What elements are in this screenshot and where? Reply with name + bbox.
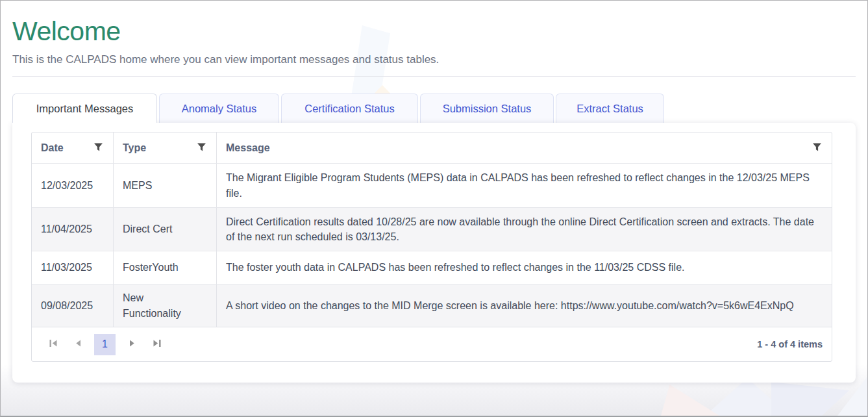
first-page-button[interactable] [45, 334, 62, 355]
grid-pager: 1 1 - 4 of 4 items [32, 327, 832, 361]
date-cell: 09/08/2025 [32, 284, 113, 327]
table-row[interactable]: 11/03/2025 FosterYouth The foster youth … [32, 251, 832, 284]
tab-certification-status[interactable]: Certification Status [281, 94, 418, 123]
last-page-icon [152, 339, 162, 349]
table-row[interactable]: 11/04/2025 Direct Cert Direct Certificat… [32, 207, 832, 251]
type-cell: Direct Cert [113, 207, 216, 251]
message-cell: A short video on the changes to the MID … [216, 284, 832, 327]
grid-header-row: Date Type Message [32, 133, 832, 163]
watermark-shape [771, 382, 849, 416]
tab-extract-status[interactable]: Extract Status [556, 94, 664, 123]
previous-page-icon [75, 339, 82, 349]
filter-funnel-icon[interactable] [93, 139, 104, 157]
table-row[interactable]: 12/03/2025 MEPS The Migrant Eligible Pro… [32, 163, 832, 207]
items-count-label: 1 - 4 of 4 items [757, 339, 823, 349]
filter-funnel-icon[interactable] [196, 139, 207, 157]
messages-grid: Date Type Message [31, 132, 832, 362]
type-cell: New Functionality [113, 284, 216, 327]
watermark-shape [661, 385, 719, 416]
tab-anomaly-status[interactable]: Anomaly Status [159, 94, 279, 123]
column-header-date: Date [32, 133, 113, 163]
table-row[interactable]: 09/08/2025 New Functionality A short vid… [32, 284, 832, 327]
message-cell: Direct Certification results dated 10/28… [216, 207, 832, 251]
message-cell: The foster youth data in CALPADS has bee… [216, 251, 832, 284]
calpads-home-screen: Welcome This is the CALPADS home where y… [0, 0, 868, 417]
tab-content-card: Date Type Message [12, 123, 856, 383]
page-subtitle: This is the CALPADS home where you can v… [12, 53, 867, 66]
date-cell: 12/03/2025 [32, 163, 113, 207]
column-header-date-label: Date [41, 140, 64, 155]
column-header-type-label: Type [123, 140, 146, 155]
type-cell: FosterYouth [113, 251, 216, 284]
tab-submission-status[interactable]: Submission Status [420, 94, 554, 123]
next-page-button[interactable] [123, 334, 140, 355]
message-cell: The Migrant Eligible Program Students (M… [216, 163, 832, 207]
divider [12, 76, 856, 77]
tabstrip: Important Messages Anomaly Status Certif… [12, 94, 867, 123]
column-header-type: Type [113, 133, 216, 163]
previous-page-button[interactable] [69, 334, 86, 355]
next-page-icon [129, 339, 136, 349]
page-number-button[interactable]: 1 [94, 334, 116, 355]
type-cell: MEPS [113, 163, 216, 207]
first-page-icon [49, 339, 58, 349]
tab-important-messages[interactable]: Important Messages [12, 94, 157, 123]
column-header-message-label: Message [226, 140, 270, 155]
last-page-button[interactable] [148, 334, 165, 355]
date-cell: 11/03/2025 [32, 251, 113, 284]
page-title: Welcome [12, 16, 867, 47]
date-cell: 11/04/2025 [32, 207, 113, 251]
column-header-message: Message [216, 133, 832, 163]
filter-funnel-icon[interactable] [812, 139, 823, 157]
